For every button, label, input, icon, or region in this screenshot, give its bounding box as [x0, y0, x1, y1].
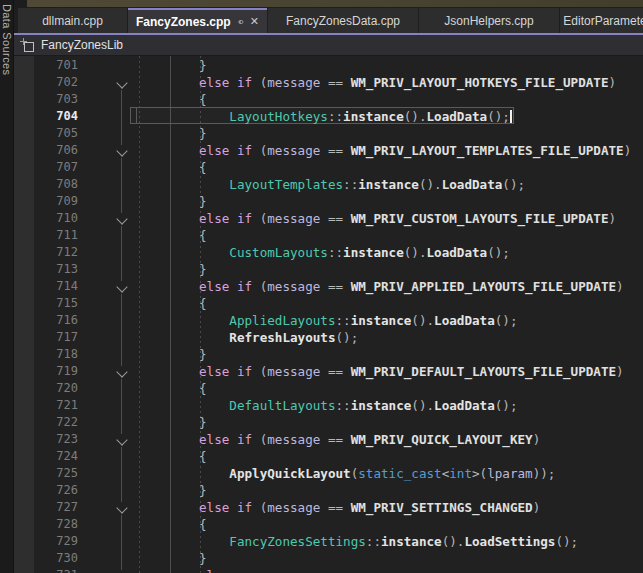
code-line[interactable]: { [108, 159, 207, 176]
tool-window-tab-strip: Data Sources [0, 0, 14, 573]
code-editor[interactable]: 7017027037047057067077087097107117127137… [14, 56, 643, 573]
pin-icon[interactable] [237, 16, 244, 28]
code-line[interactable]: else if (message == WM_PRIV_LAYOUT_HOTKE… [108, 74, 616, 91]
tool-tab-data-sources[interactable]: Data Sources [1, 4, 13, 75]
code-line[interactable]: else if (message == WM_PRIV_APPLIED_LAYO… [108, 278, 624, 295]
document-tab-well: dllmain.cppFancyZones.cpp✕FancyZonesData… [13, 7, 643, 33]
code-line[interactable]: { [108, 448, 207, 465]
close-icon[interactable]: ✕ [250, 16, 259, 27]
tab-jsonhelpers-cpp[interactable]: JsonHelpers.cpp [419, 8, 559, 33]
navigation-bar[interactable]: FancyZonesLib [14, 35, 643, 56]
tab-bar: dllmain.cppFancyZones.cpp✕FancyZonesData… [18, 8, 643, 33]
tab-label: EditorParamete [563, 14, 643, 28]
code-line[interactable]: { [108, 91, 207, 108]
tab-fancyzonesdata-cpp[interactable]: FancyZonesData.cpp [268, 8, 418, 33]
code-line[interactable]: { [108, 295, 207, 312]
code-line[interactable]: RefreshLayouts(); [108, 329, 358, 346]
code-line[interactable]: { [108, 516, 207, 533]
code-line[interactable]: else if (message == WM_PRIV_LAYOUT_TEMPL… [108, 142, 631, 159]
toolbar-edge [27, 0, 643, 7]
tab-editorparamete[interactable]: EditorParamete [560, 8, 643, 33]
tab-label: JsonHelpers.cpp [444, 14, 533, 28]
code-line[interactable]: { [108, 227, 207, 244]
code-line[interactable]: } [108, 261, 207, 278]
code-line[interactable]: LayoutHotkeys::instance().LoadData(); [108, 108, 510, 125]
code-line[interactable]: DefaultLayouts::instance().LoadData(); [108, 397, 518, 414]
project-dropdown[interactable]: FancyZonesLib [41, 38, 123, 52]
code-line[interactable]: } [108, 125, 207, 142]
tab-fancyzones-cpp[interactable]: FancyZones.cpp✕ [128, 8, 267, 33]
project-icon [20, 38, 34, 52]
code-line[interactable]: } [108, 193, 207, 210]
code-line[interactable]: else [108, 567, 229, 573]
text-cursor [510, 110, 512, 123]
code-line[interactable]: else if (message == WM_PRIV_QUICK_LAYOUT… [108, 431, 540, 448]
tab-dllmain-cpp[interactable]: dllmain.cpp [18, 8, 127, 33]
tab-label: FancyZonesData.cpp [286, 14, 400, 28]
tab-label: FancyZones.cpp [136, 15, 231, 29]
code-line[interactable]: AppliedLayouts::instance().LoadData(); [108, 312, 518, 329]
window-top-strip [0, 0, 643, 7]
code-line[interactable]: FancyZonesSettings::instance().LoadSetti… [108, 533, 578, 550]
code-line[interactable]: else if (message == WM_PRIV_SETTINGS_CHA… [108, 499, 540, 516]
code-line[interactable]: } [108, 550, 207, 567]
code-line[interactable]: } [108, 414, 207, 431]
code-line[interactable]: } [108, 482, 207, 499]
tab-label: dllmain.cpp [42, 14, 103, 28]
code-line[interactable]: { [108, 380, 207, 397]
code-line[interactable]: else if (message == WM_PRIV_CUSTOM_LAYOU… [108, 210, 616, 227]
code-line[interactable]: LayoutTemplates::instance().LoadData(); [108, 176, 525, 193]
code-line[interactable]: CustomLayouts::instance().LoadData(); [108, 244, 510, 261]
code-line[interactable]: } [108, 57, 207, 74]
code-line[interactable]: else if (message == WM_PRIV_DEFAULT_LAYO… [108, 363, 624, 380]
code-line[interactable]: ApplyQuickLayout(static_cast<int>(lparam… [108, 465, 555, 482]
code-area[interactable]: } else if (message == WM_PRIV_LAYOUT_HOT… [14, 56, 643, 573]
code-line[interactable]: } [108, 346, 207, 363]
